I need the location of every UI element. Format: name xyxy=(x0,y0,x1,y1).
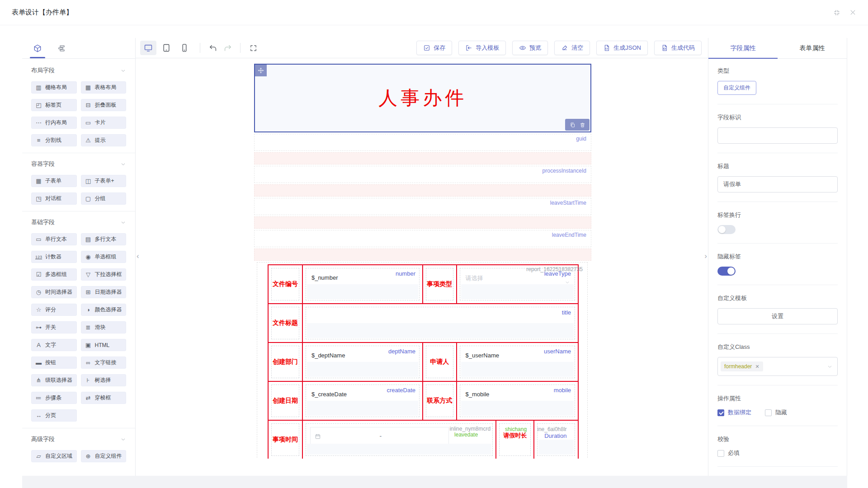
palette-item-table-layout[interactable]: ▦表格布局 xyxy=(81,81,127,94)
tag-remove-icon[interactable]: ✕ xyxy=(755,364,759,370)
toolbar-action-codefile[interactable]: 生成代码 xyxy=(654,41,702,55)
palette-section-header[interactable]: 基础字段 xyxy=(31,215,126,230)
palette-item-time-picker[interactable]: ◷时间选择器 xyxy=(31,286,77,298)
toolbar-action-brush[interactable]: 清空 xyxy=(554,41,590,55)
palette-item-html[interactable]: ▣HTML xyxy=(81,339,127,351)
table-label-cell[interactable]: 事项类型 xyxy=(423,265,457,303)
collapse-right-panel-handle[interactable]: › xyxy=(704,252,707,260)
data-binding-checkbox[interactable]: 数据绑定 xyxy=(717,408,751,417)
palette-item-cascader[interactable]: ⋔级联选择器 xyxy=(31,374,77,386)
palette-item-pagination[interactable]: ↔分页 xyxy=(31,409,77,422)
palette-item-tabs[interactable]: ◰标签页 xyxy=(31,99,77,111)
palette-item-collapse-panel[interactable]: ⊟折叠面板 xyxy=(81,99,127,111)
redo-button[interactable] xyxy=(220,41,235,55)
fullscreen-expand-button[interactable] xyxy=(246,41,260,55)
drag-handle[interactable] xyxy=(255,65,267,76)
undo-button[interactable] xyxy=(206,41,220,55)
custom-class-select[interactable]: formheader ✕ xyxy=(717,357,838,376)
palette-item-divider[interactable]: ≡分割线 xyxy=(31,134,77,146)
palette-item-subform[interactable]: ▦子表单 xyxy=(31,175,77,187)
table-input-cell[interactable]: title xyxy=(303,304,578,342)
form-canvas[interactable]: 人事办件 guidprocessInstanceIdleaveStartTime… xyxy=(136,59,708,476)
placeholder-row[interactable] xyxy=(254,216,591,229)
compress-icon[interactable] xyxy=(833,9,840,16)
form-header-component[interactable]: 人事办件 xyxy=(254,64,591,132)
hidden-field-row-guid[interactable]: guid xyxy=(254,134,591,151)
palette-item-switch[interactable]: ⊶开关 xyxy=(31,321,77,333)
hidden-checkbox[interactable]: 隐藏 xyxy=(765,408,787,417)
label-wrap-toggle[interactable] xyxy=(717,225,736,234)
palette-item-slider[interactable]: ≣滑块 xyxy=(81,321,127,333)
hidden-field-row-processInstanceId[interactable]: processInstanceId xyxy=(254,166,591,183)
table-label-cell[interactable]: 创建部门 xyxy=(269,343,303,381)
required-checkbox[interactable]: 必填 xyxy=(717,449,740,457)
palette-item-color-picker[interactable]: ◑颜色选择器 xyxy=(81,304,127,316)
palette-item-subform-plus[interactable]: ◫子表单+ xyxy=(81,175,127,187)
trash-icon[interactable] xyxy=(580,122,585,128)
palette-item-text[interactable]: A文字 xyxy=(31,339,77,351)
report-table-group[interactable]: report_1622518382735 文件编号$_numbernumber事… xyxy=(257,262,588,459)
table-label-cell[interactable]: 申请人 xyxy=(423,343,457,381)
palette-item-button[interactable]: ▬按钮 xyxy=(31,357,77,369)
palette-item-transfer[interactable]: ⇄穿梭框 xyxy=(81,392,127,404)
tab-field-properties[interactable]: 字段属性 xyxy=(708,38,778,58)
placeholder-row[interactable] xyxy=(254,184,591,197)
palette-item-custom-area[interactable]: ▱自定义区域 xyxy=(31,450,77,462)
table-label-cell[interactable]: 事项时间 xyxy=(269,421,303,459)
table-daterange-cell[interactable]: -inline_nym8mcrdleavedate xyxy=(303,421,496,459)
placeholder-row[interactable] xyxy=(254,249,591,261)
palette-item-group[interactable]: ▢分组 xyxy=(81,192,127,205)
custom-template-settings-button[interactable]: 设置 xyxy=(717,308,838,324)
tablet-view-button[interactable] xyxy=(158,41,175,55)
table-input-cell[interactable]: $_createDatecreateDate xyxy=(303,382,423,420)
palette-item-single-line-text[interactable]: ▭单行文本 xyxy=(31,233,77,245)
placeholder-row[interactable] xyxy=(254,152,591,164)
table-input-cell[interactable]: $_userNameuserName xyxy=(457,343,578,381)
palette-item-counter[interactable]: 123计数器 xyxy=(31,251,77,263)
table-duration-cell[interactable]: inline_6ai0h8lrDuration xyxy=(534,421,578,459)
palette-item-alert[interactable]: ⚠提示 xyxy=(81,134,127,146)
hidden-field-row-leaveStartTime[interactable]: leaveStartTime xyxy=(254,198,591,215)
toolbar-action-eye[interactable]: 预览 xyxy=(512,41,548,55)
palette-item-rate[interactable]: ☆评分 xyxy=(31,304,77,316)
table-label-cell[interactable]: 创建日期 xyxy=(269,382,303,420)
palette-item-inline-layout[interactable]: ⋯行内布局 xyxy=(31,117,77,129)
toolbar-action-importtpl[interactable]: 导入模板 xyxy=(458,41,506,55)
mobile-view-button[interactable] xyxy=(176,41,193,55)
table-label-cell[interactable]: 联系方式 xyxy=(423,382,457,420)
hidden-field-row-leaveEndTime[interactable]: leaveEndTime xyxy=(254,230,591,247)
table-label-cell[interactable]: shichang请假时长 xyxy=(496,421,534,459)
palette-item-tree-select[interactable]: ⊦树选择 xyxy=(81,374,127,386)
tab-components[interactable] xyxy=(33,38,42,58)
palette-item-radio-group[interactable]: ◉单选框组 xyxy=(81,251,127,263)
tab-outline[interactable] xyxy=(57,38,66,58)
palette-item-dialog[interactable]: ◳对话框 xyxy=(31,192,77,205)
palette-item-custom-component[interactable]: ⊕自定义组件 xyxy=(81,450,127,462)
palette-item-select[interactable]: ▽下拉选择框 xyxy=(81,268,127,281)
palette-item-grid-layout[interactable]: ▥栅格布局 xyxy=(31,81,77,94)
title-input[interactable] xyxy=(717,176,838,192)
field-id-input[interactable] xyxy=(717,127,838,144)
collapse-left-panel-handle[interactable]: ‹ xyxy=(137,252,139,260)
palette-section-header[interactable]: 高级字段 xyxy=(31,432,126,446)
palette-item-card[interactable]: ▭卡片 xyxy=(81,117,127,129)
palette-item-text-link[interactable]: ∞文字链接 xyxy=(81,357,127,369)
desktop-view-button[interactable] xyxy=(140,41,156,55)
palette-item-checkbox-group[interactable]: ☑多选框组 xyxy=(31,268,77,281)
toolbar-action-savecheck[interactable]: 保存 xyxy=(416,41,452,55)
table-input-cell[interactable]: $_numbernumber xyxy=(303,265,423,303)
palette-section-header[interactable]: 布局字段 xyxy=(31,63,126,78)
toolbar-action-jsonfile[interactable]: 生成JSON xyxy=(596,41,648,55)
palette-section-header[interactable]: 容器字段 xyxy=(31,157,126,171)
palette-item-multi-line-text[interactable]: ▤多行文本 xyxy=(81,233,127,245)
table-label-cell[interactable]: 文件编号 xyxy=(269,265,303,303)
copy-icon[interactable] xyxy=(570,122,576,128)
palette-item-date-picker[interactable]: ⊞日期选择器 xyxy=(81,286,127,298)
table-label-cell[interactable]: 文件标题 xyxy=(269,304,303,342)
table-input-cell[interactable]: $_deptNamedeptName xyxy=(303,343,423,381)
close-icon[interactable] xyxy=(849,9,856,16)
palette-item-steps[interactable]: ≔步骤条 xyxy=(31,392,77,404)
tab-form-properties[interactable]: 表单属性 xyxy=(778,38,847,58)
hide-label-toggle[interactable] xyxy=(717,267,736,276)
table-input-cell[interactable]: $_mobilemobile xyxy=(457,382,578,420)
